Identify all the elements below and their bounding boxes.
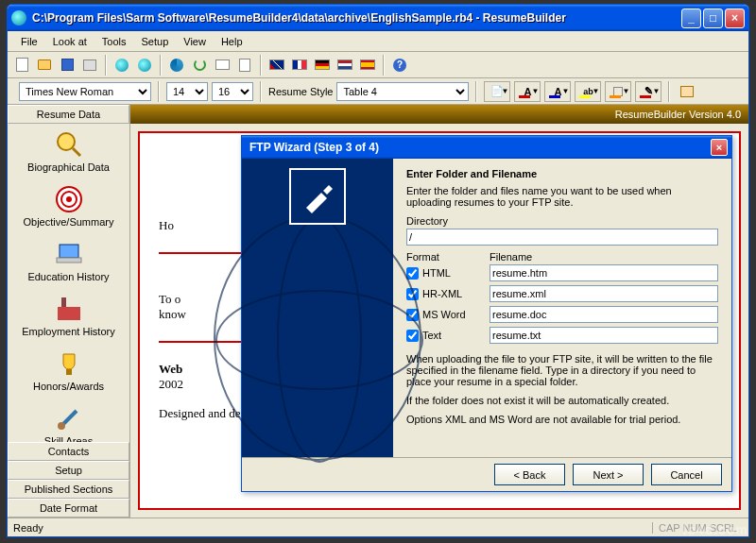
- cancel-button[interactable]: Cancel: [651, 464, 722, 485]
- separator: [383, 55, 385, 76]
- border-color-button[interactable]: ▼: [605, 81, 631, 102]
- doc-format-icon[interactable]: 📄▼: [484, 81, 510, 102]
- dialog-title: FTP Wizard (Step 3 of 4): [246, 141, 711, 154]
- maximize-button[interactable]: □: [703, 8, 723, 28]
- flag-uk-icon[interactable]: [266, 55, 287, 76]
- watermark: lo4d.com: [683, 522, 748, 537]
- factory-icon: [54, 294, 84, 324]
- sidebar-item-objective[interactable]: Objective/Summary: [8, 178, 129, 233]
- sidebar-item-skills[interactable]: Skill Areas: [8, 398, 129, 442]
- menu-setup[interactable]: Setup: [134, 33, 177, 50]
- menu-tools[interactable]: Tools: [94, 33, 134, 50]
- separator: [158, 81, 160, 102]
- style-select[interactable]: Table 4: [336, 82, 469, 101]
- sidebar-item-employment[interactable]: Employment History: [8, 288, 129, 343]
- sidebar-btn-contacts[interactable]: Contacts: [8, 442, 129, 461]
- format-row-hrxml: HR-XML: [406, 285, 718, 302]
- sidebar-btn-setup[interactable]: Setup: [8, 461, 129, 480]
- close-button[interactable]: ×: [725, 8, 745, 28]
- status-ready: Ready: [13, 522, 43, 534]
- mail-icon[interactable]: [212, 55, 232, 76]
- menu-lookat[interactable]: Look at: [45, 33, 94, 50]
- html-filename-input[interactable]: [490, 264, 718, 281]
- sidebar-btn-dateformat[interactable]: Date Format: [8, 499, 129, 518]
- back-button[interactable]: < Back: [494, 464, 565, 485]
- magnifier-icon: [54, 129, 84, 160]
- sidebar-items: Biographical Data Objective/Summary Educ…: [8, 124, 129, 442]
- save-icon[interactable]: [57, 55, 77, 76]
- dialog-close-button[interactable]: ×: [711, 139, 728, 156]
- highlight-button[interactable]: ab▼: [575, 81, 601, 102]
- svg-point-0: [58, 133, 75, 150]
- dialog-image-panel: [242, 159, 393, 457]
- col-format: Format: [406, 251, 490, 263]
- wizard-icon: [289, 168, 346, 225]
- ftp-wizard-dialog: FTP Wizard (Step 3 of 4) × Enter Folder …: [241, 135, 732, 492]
- world-icon[interactable]: [134, 55, 155, 76]
- line-color-button[interactable]: ✎▼: [635, 81, 662, 102]
- dialog-note2: If the folder does not exist it will be …: [406, 395, 718, 406]
- flag-fr-icon[interactable]: [289, 55, 310, 76]
- font-color-button[interactable]: A▼: [514, 81, 541, 102]
- trophy-icon: [54, 348, 84, 379]
- font-color2-button[interactable]: A▼: [544, 81, 571, 102]
- menubar: File Look at Tools Setup View Help: [8, 31, 748, 52]
- sidebar-item-biographical[interactable]: Biographical Data: [8, 124, 129, 178]
- format-row-msword: MS Word: [406, 306, 718, 323]
- help-icon[interactable]: ?: [389, 55, 410, 76]
- dialog-note1: When uploading the file to your FTP site…: [406, 353, 718, 387]
- format-row-text: Text: [406, 327, 718, 344]
- menu-view[interactable]: View: [176, 33, 214, 50]
- svg-rect-8: [61, 297, 66, 307]
- sidebar-header[interactable]: Resume Data: [8, 105, 129, 124]
- separator: [160, 55, 162, 76]
- menu-help[interactable]: Help: [214, 33, 250, 50]
- sidebar-buttons: Contacts Setup Published Sections Date F…: [8, 442, 129, 518]
- font-select[interactable]: Times New Roman: [19, 82, 151, 101]
- new-icon[interactable]: [11, 55, 32, 76]
- format-header: Format Filename: [406, 251, 718, 263]
- open-icon[interactable]: [34, 55, 55, 76]
- menu-file[interactable]: File: [13, 33, 45, 50]
- separator: [260, 55, 262, 76]
- minimize-button[interactable]: _: [681, 8, 701, 28]
- toolbar-format: Times New Roman 14 16 Resume Style Table…: [8, 78, 748, 105]
- svg-rect-5: [60, 245, 78, 258]
- hrxml-filename-input[interactable]: [490, 285, 718, 302]
- window-title: C:\Program Files\Sarm Software\ResumeBui…: [32, 11, 679, 25]
- sidebar: Resume Data Biographical Data Objective/…: [8, 105, 130, 518]
- svg-rect-7: [58, 307, 80, 320]
- preview-icon[interactable]: [677, 81, 697, 102]
- separator: [260, 81, 262, 102]
- ie-icon[interactable]: [166, 55, 187, 76]
- svg-point-4: [66, 196, 72, 202]
- directory-input[interactable]: [406, 229, 718, 246]
- dialog-body: Enter Folder and Filename Enter the fold…: [242, 159, 731, 457]
- dialog-note3: Options XML and MS Word are not availabl…: [406, 414, 718, 425]
- svg-rect-9: [66, 369, 72, 375]
- dialog-heading: Enter Folder and Filename: [406, 168, 718, 179]
- size1-select[interactable]: 14: [166, 82, 208, 101]
- svg-line-1: [73, 148, 80, 156]
- svg-point-11: [58, 422, 65, 430]
- flag-de-icon[interactable]: [312, 55, 333, 76]
- flag-es-icon[interactable]: [357, 55, 378, 76]
- sidebar-item-honors[interactable]: Honors/Awards: [8, 343, 129, 398]
- print-icon[interactable]: [79, 55, 100, 76]
- laptop-icon: [54, 239, 84, 269]
- msword-filename-input[interactable]: [490, 306, 718, 323]
- dialog-content: Enter Folder and Filename Enter the fold…: [393, 159, 731, 457]
- doc-icon[interactable]: [234, 55, 255, 76]
- refresh-icon[interactable]: [189, 55, 210, 76]
- flag-nl-icon[interactable]: [335, 55, 355, 76]
- sidebar-btn-published[interactable]: Published Sections: [8, 480, 129, 499]
- globe-icon[interactable]: [112, 55, 132, 76]
- next-button[interactable]: Next >: [573, 464, 644, 485]
- size2-select[interactable]: 16: [212, 82, 253, 101]
- sidebar-item-education[interactable]: Education History: [8, 233, 129, 288]
- text-filename-input[interactable]: [490, 327, 718, 344]
- separator: [475, 81, 477, 102]
- svg-rect-6: [57, 258, 81, 263]
- col-filename: Filename: [490, 251, 532, 263]
- version-bar: ResumeBuilder Version 4.0: [130, 105, 748, 124]
